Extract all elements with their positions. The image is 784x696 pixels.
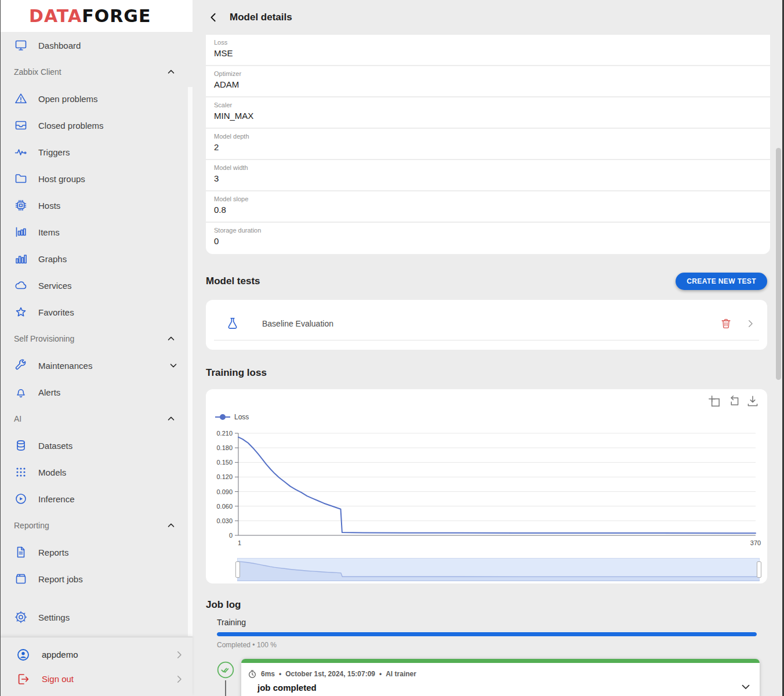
gear-icon [14, 610, 28, 624]
sidebar-section-self-provisioning[interactable]: Self Provisioning [0, 325, 193, 352]
job-log-entry-card[interactable]: 6ms • October 1st, 2024, 15:07:09 • AI t… [241, 659, 760, 696]
user-menu-button[interactable]: appdemo [0, 643, 193, 667]
svg-text:0.210: 0.210 [216, 430, 233, 437]
sidebar-item-datasets[interactable]: Datasets [0, 432, 193, 459]
legend-item-loss[interactable]: Loss [215, 413, 249, 421]
sidebar-item-settings[interactable]: Settings [0, 604, 193, 630]
sidebar-item-items[interactable]: Items [0, 219, 193, 245]
document-icon [14, 545, 28, 559]
field-row-storage-duration[interactable]: Storage duration 0 [206, 223, 770, 254]
field-label: Model width [214, 164, 770, 171]
field-row-loss[interactable]: Loss MSE [206, 35, 770, 66]
sidebar-item-label: Maintenances [38, 361, 158, 371]
field-row-optimizer[interactable]: Optimizer ADAM [206, 66, 770, 97]
sidebar-section-zabbix-client[interactable]: Zabbix Client [0, 59, 193, 85]
bell-icon [14, 385, 28, 399]
warning-triangle-icon [14, 92, 28, 106]
expand-log-button[interactable] [739, 680, 752, 693]
sidebar-item-inference[interactable]: Inference [0, 485, 193, 512]
field-label: Model slope [214, 195, 770, 202]
sidebar-item-label: Triggers [38, 147, 179, 157]
main-content: Model details Loss MSE Optimizer ADAM Sc… [193, 0, 784, 696]
sidebar-section-ai[interactable]: AI [0, 405, 193, 432]
download-chart-icon[interactable] [745, 394, 760, 409]
log-duration: 6ms [261, 670, 275, 678]
field-value: MIN_MAX [214, 111, 770, 121]
sidebar-section-reporting[interactable]: Reporting [0, 512, 193, 539]
sidebar-item-reports[interactable]: Reports [0, 539, 193, 566]
chip-icon [14, 198, 28, 212]
legend-marker [215, 414, 230, 420]
user-circle-icon [16, 648, 30, 662]
chevron-right-icon [174, 674, 184, 684]
svg-text:0.090: 0.090 [216, 488, 233, 495]
job-progress-bar [217, 632, 757, 636]
legend-label: Loss [234, 413, 249, 421]
field-label: Loss [214, 39, 770, 46]
job-log-title: Job log [206, 599, 784, 611]
field-label: Storage duration [214, 227, 770, 234]
range-slider-right-handle[interactable] [757, 561, 761, 578]
clock-icon [248, 669, 257, 679]
meta-separator: • [379, 670, 382, 678]
username: appdemo [42, 650, 162, 659]
field-row-scaler[interactable]: Scaler MIN_MAX [206, 97, 770, 129]
sidebar-scrollbar[interactable] [188, 87, 193, 636]
training-loss-chart-card: Loss 00.0300.0600.0900.1200.1500.1800.21… [206, 389, 767, 583]
training-loss-title: Training loss [206, 367, 784, 379]
log-agent: AI trainer [386, 670, 416, 678]
sidebar-item-label: Settings [38, 612, 179, 622]
log-entry-meta: 6ms • October 1st, 2024, 15:07:09 • AI t… [248, 669, 749, 679]
sidebar-item-dashboard[interactable]: Dashboard [0, 32, 193, 59]
sidebar-item-models[interactable]: Models [0, 459, 193, 485]
sidebar-item-label: Open problems [38, 94, 179, 104]
app-window: DATAFORGE Dashboard Zabbix Client Open p… [0, 0, 784, 696]
sidebar-item-host-groups[interactable]: Host groups [0, 165, 193, 192]
svg-text:1: 1 [238, 539, 241, 546]
sidebar-item-services[interactable]: Services [0, 272, 193, 299]
zoom-select-icon[interactable] [707, 394, 722, 409]
sidebar-item-closed-problems[interactable]: Closed problems [0, 112, 193, 139]
sidebar-item-label: Models [38, 467, 179, 477]
field-label: Model depth [214, 133, 770, 140]
sidebar-item-alerts[interactable]: Alerts [0, 379, 193, 405]
model-tests-title: Model tests [206, 276, 260, 287]
sidebar-item-maintenances[interactable]: Maintenances [0, 352, 193, 379]
sidebar-item-label: Hosts [38, 201, 179, 211]
delete-test-button[interactable] [720, 317, 732, 330]
zoom-reset-icon[interactable] [726, 394, 741, 409]
sidebar-item-label: Host groups [38, 174, 179, 184]
chart-range-slider[interactable] [237, 558, 760, 581]
sidebar-item-report-jobs[interactable]: Report jobs [0, 566, 193, 592]
svg-text:370: 370 [750, 539, 761, 546]
range-slider-left-handle[interactable] [235, 561, 240, 578]
test-row[interactable]: Baseline Evaluation [214, 307, 759, 340]
svg-text:0.120: 0.120 [216, 473, 233, 480]
sidebar-item-favorites[interactable]: Favorites [0, 299, 193, 325]
back-button[interactable] [208, 12, 220, 23]
sidebar-item-triggers[interactable]: Triggers [0, 139, 193, 165]
field-row-model-slope[interactable]: Model slope 0.8 [206, 191, 770, 223]
logo-primary: DATA [29, 6, 82, 26]
sign-out-label: Sign out [42, 674, 162, 684]
sidebar-item-hosts[interactable]: Hosts [0, 192, 193, 219]
sidebar-item-graphs[interactable]: Graphs [0, 245, 193, 272]
field-row-model-width[interactable]: Model width 3 [206, 160, 770, 191]
chevron-up-icon [166, 414, 176, 424]
chevron-down-icon [168, 360, 179, 371]
job-name: Training [217, 618, 784, 627]
field-value: MSE [214, 48, 770, 58]
log-message: job completed [257, 683, 749, 693]
field-row-model-depth[interactable]: Model depth 2 [206, 129, 770, 160]
sidebar-item-open-problems[interactable]: Open problems [0, 85, 193, 112]
sign-out-button[interactable]: Sign out [0, 667, 193, 691]
timeline-connector [225, 680, 226, 696]
sidebar-item-label: Closed problems [38, 121, 179, 130]
chevron-right-icon[interactable] [745, 318, 756, 329]
main-scrollbar-thumb[interactable] [776, 148, 781, 380]
sidebar-item-label: Report jobs [38, 574, 179, 584]
create-new-test-button[interactable]: CREATE NEW TEST [676, 273, 767, 290]
sidebar-item-label: Datasets [38, 441, 179, 451]
chart-toolbar [707, 394, 760, 409]
monitor-icon [14, 38, 28, 52]
